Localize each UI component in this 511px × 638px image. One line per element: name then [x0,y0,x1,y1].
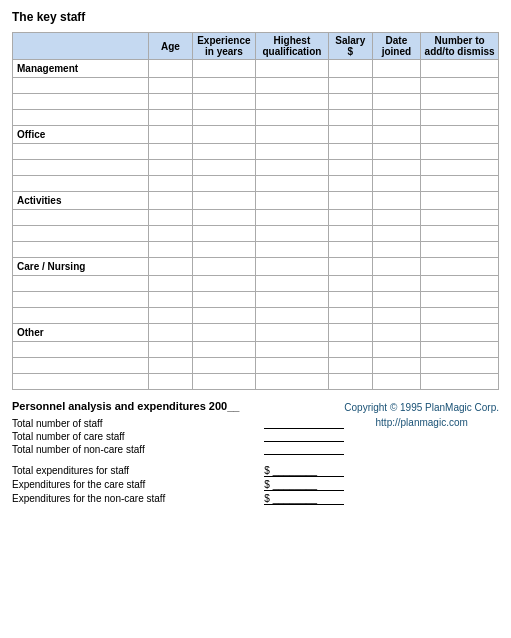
table-cell [421,226,499,242]
table-cell [328,342,372,358]
table-cell [421,78,499,94]
col-qualification: Highest qualification [255,33,328,60]
table-cell [372,176,421,192]
table-cell [149,210,193,226]
table-cell [13,110,149,126]
table-cell [372,60,421,78]
col-age: Age [149,33,193,60]
table-cell [149,292,193,308]
table-row [13,374,499,390]
table-row [13,78,499,94]
table-cell [328,324,372,342]
table-cell [328,292,372,308]
table-cell [372,94,421,110]
table-cell [255,374,328,390]
key-staff-table: Age Experience in years Highest qualific… [12,32,499,390]
col-experience: Experience in years [192,33,255,60]
table-cell [192,78,255,94]
footer-dollar-value: $ ________ [264,493,344,505]
table-cell [255,144,328,160]
section-label: Other [13,324,149,342]
table-cell [255,358,328,374]
table-cell [149,374,193,390]
table-row [13,358,499,374]
table-cell [372,308,421,324]
table-cell [372,358,421,374]
table-cell [372,276,421,292]
table-cell [255,192,328,210]
table-cell [13,242,149,258]
table-cell [192,358,255,374]
table-cell [328,176,372,192]
table-cell [421,94,499,110]
table-row [13,292,499,308]
table-cell [255,126,328,144]
table-cell [13,292,149,308]
footer-dollar-item: Expenditures for the care staff$ _______… [12,479,344,491]
footer-dollar-value: $ ________ [264,465,344,477]
table-cell [421,308,499,324]
table-cell [328,308,372,324]
table-cell [149,110,193,126]
table-cell [149,324,193,342]
table-cell [255,94,328,110]
section-label: Office [13,126,149,144]
footer-line-label: Total number of staff [12,418,102,429]
table-cell [149,126,193,144]
table-cell [328,110,372,126]
col-salary: Salary $ [328,33,372,60]
table-cell [255,342,328,358]
table-cell [421,292,499,308]
table-cell [192,110,255,126]
table-cell [421,176,499,192]
table-cell [192,292,255,308]
footer-line-value [264,444,344,455]
copyright-line2: http://planmagic.com [344,415,499,430]
table-row [13,242,499,258]
table-cell [328,258,372,276]
table-cell [328,60,372,78]
table-cell [255,210,328,226]
table-cell [372,210,421,226]
table-cell [421,126,499,144]
footer-dollar-value: $ ________ [264,479,344,491]
section-label: Management [13,60,149,78]
table-cell [328,160,372,176]
table-cell [192,176,255,192]
personnel-analysis-head: Personnel analysis and expenditures 200_… [12,400,344,412]
table-cell [149,358,193,374]
table-cell [328,374,372,390]
table-cell [255,160,328,176]
table-cell [372,242,421,258]
table-cell [328,94,372,110]
table-cell [149,60,193,78]
table-cell [255,110,328,126]
col-date-joined: Date joined [372,33,421,60]
table-row [13,308,499,324]
table-cell [255,292,328,308]
table-row [13,144,499,160]
table-cell [13,308,149,324]
footer-dollar-item: Expenditures for the non-care staff$ ___… [12,493,344,505]
table-cell [255,242,328,258]
table-cell [149,226,193,242]
table-cell [13,176,149,192]
copyright-line1: Copyright © 1995 PlanMagic Corp. [344,400,499,415]
table-cell [328,210,372,226]
table-cell [149,242,193,258]
footer-line-value [264,431,344,442]
section-label: Activities [13,192,149,210]
table-cell [192,324,255,342]
table-row [13,176,499,192]
table-cell [421,342,499,358]
table-cell [328,126,372,144]
table-cell [328,242,372,258]
table-cell [372,324,421,342]
table-cell [13,276,149,292]
table-cell [328,192,372,210]
table-cell [13,78,149,94]
table-row [13,276,499,292]
table-cell [192,94,255,110]
footer-dollar-item: Total expenditures for staff$ ________ [12,465,344,477]
table-cell [149,160,193,176]
